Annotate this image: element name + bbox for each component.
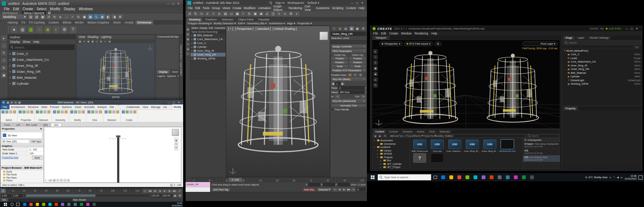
move-tool-icon[interactable]: + [1, 58, 7, 63]
go-to-start-icon[interactable]: ⇤ [143, 189, 147, 193]
menu-item[interactable]: Display [200, 27, 207, 29]
rotate-tool-icon[interactable]: ↻ [247, 11, 252, 17]
task-view-button[interactable] [432, 175, 438, 180]
browser-tab[interactable]: Content [373, 130, 386, 134]
ribbon-tab[interactable]: Freeform [203, 18, 219, 21]
undo-icon[interactable]: ↺ [46, 14, 51, 19]
taskbar-app-icon[interactable] [448, 174, 455, 180]
time-slider[interactable]: 1102030405060708090100110120 1 ⇤◀◀◀|◀▶|▶… [0, 188, 183, 193]
free-handle-checkbox[interactable] [331, 108, 334, 111]
hidden-icons-chevron[interactable]: ∧ [609, 176, 611, 179]
outliner-search[interactable] [9, 45, 74, 50]
play-forwards-icon[interactable]: ▶ [162, 189, 167, 193]
viewport-header-menu[interactable]: [ Default Shading ] [273, 27, 297, 31]
ribbon-group-label[interactable]: Properties ▾ [297, 22, 312, 25]
maya-titlebar[interactable]: untitled - Autodesk MAYA 2022: untitled … [0, 0, 183, 7]
open-scene-icon[interactable]: ▥ [34, 14, 39, 19]
shelf-tab[interactable]: FX [20, 20, 27, 25]
menu-item[interactable]: Create [232, 6, 242, 10]
paint-select-icon[interactable]: ✎ [1, 50, 7, 56]
markup-icon[interactable]: ✎ [373, 83, 378, 88]
property-value[interactable]: 100 [28, 151, 43, 155]
workspaces-selector[interactable]: Default ▾ [307, 1, 319, 5]
sphere-wire-icon[interactable]: ◍ [19, 26, 26, 33]
omniverse-titlebar[interactable]: CREATE 2021.3.7 | omniverse://localhost/… [370, 26, 642, 31]
stage-prim-row[interactable]: ▣BIM_MaterialXform [562, 71, 642, 75]
menu-item[interactable]: Window [401, 32, 412, 35]
menu-item[interactable]: Create [21, 7, 35, 11]
scene-object-row[interactable]: ▸Cylinder [190, 45, 226, 49]
display-tab-icon[interactable]: ▣ [355, 26, 360, 31]
taskbar-app-icon[interactable] [35, 202, 40, 207]
ribbon-tool-icon[interactable] [112, 110, 115, 114]
safe-title-icon[interactable]: ▤ [99, 39, 103, 43]
curve-editor-icon[interactable]: ∿ [282, 11, 288, 17]
select-tool-icon[interactable]: ▸ [58, 14, 63, 19]
scene-object-row[interactable]: ▸Inner_Ring_IR [190, 49, 226, 53]
move-tool-icon[interactable]: + [373, 55, 378, 59]
outliner-item[interactable]: ▸Inner_Ring_IR [8, 63, 75, 69]
utilities-tab-icon[interactable]: ⚙ [361, 26, 365, 31]
snap-point-icon[interactable]: ◉ [100, 14, 105, 19]
ribbon-tab[interactable]: Add-Ins [162, 102, 172, 109]
align-icon[interactable]: ≡ [276, 11, 282, 17]
resolution-gate-icon[interactable]: ▣ [87, 39, 90, 43]
search-input[interactable] [531, 135, 557, 137]
ribbon-tab[interactable]: File [0, 105, 9, 109]
expand-icon[interactable]: ▸ [192, 57, 193, 60]
file-thumbnail[interactable]: ? [413, 153, 426, 163]
outliner-item[interactable]: ▸Cylinder [8, 80, 75, 86]
pan-icon[interactable]: + [175, 146, 177, 149]
outliner-item[interactable]: ▸Core_Attachment_CA [8, 57, 75, 63]
select-tool-icon[interactable]: ▸ [373, 49, 378, 54]
view-axis-icon[interactable] [147, 45, 153, 51]
stage-prim-row[interactable]: ◆CylinderMesh [562, 75, 642, 79]
viewport-header-menu[interactable]: [ + ] [228, 27, 233, 31]
scene-explorer-sort-header[interactable]: Name (Sorted Ascending) [190, 30, 226, 33]
file-thumbnail[interactable]: USD [466, 140, 479, 149]
go-to-end-icon[interactable]: ⇥ [351, 188, 355, 192]
ribbon-tab[interactable]: Systems [60, 105, 73, 109]
current-frame-field[interactable]: 0 [356, 188, 365, 191]
prs-parameters-rollout[interactable]: PRS Parameters− [331, 49, 366, 53]
next-key-icon[interactable]: ▶ [341, 82, 344, 85]
max-viewport[interactable]: [ + ][ Perspective ][ Standard ][ Defaul… [226, 26, 330, 177]
sub-object-selector[interactable] [331, 40, 366, 44]
lasso-tool-icon[interactable]: ◌ [1, 43, 7, 48]
menu-item[interactable]: File [373, 32, 378, 35]
steering-wheel-icon[interactable]: ◉ [175, 139, 177, 142]
menu-item[interactable]: View [79, 35, 85, 39]
file-item-preview[interactable]: Working File.usd [499, 140, 516, 152]
auto-key-button[interactable]: Auto Key [302, 188, 316, 192]
taskbar-app-icon[interactable] [504, 174, 511, 180]
selected-filter-dropdown[interactable]: Selected ▾ [317, 188, 332, 192]
expand-icon[interactable]: ▸ [9, 52, 11, 55]
menu-item[interactable]: Edit [11, 7, 21, 11]
file-item[interactable]: USDInner_Ring_M_A01.usd [464, 140, 481, 152]
save-icon[interactable]: ▦ [6, 101, 9, 104]
live-sync-icon[interactable]: ◉ [44, 26, 51, 33]
ribbon-tool-icon[interactable] [47, 110, 51, 114]
wireframe-icon[interactable]: ◇ [103, 39, 107, 43]
menu-item[interactable]: Help [431, 32, 437, 35]
expand-icon[interactable]: ▸ [192, 42, 193, 44]
menu-item[interactable]: Options [167, 75, 176, 78]
stage-prim-row[interactable]: ▣Core_CXform [562, 53, 642, 57]
render-settings-icon[interactable]: ⚙ [118, 14, 123, 19]
maximize-button[interactable]: ▢ [173, 101, 175, 104]
ribbon-tool-icon[interactable] [43, 110, 47, 114]
select-by-name-icon[interactable]: ▤ [223, 11, 228, 17]
menu-item[interactable]: File [2, 7, 11, 11]
file-item[interactable]: USDCore.usd [429, 140, 445, 152]
snap-icon[interactable]: ◉ [373, 72, 378, 76]
move-tool-icon[interactable]: + [70, 14, 75, 19]
taskbar-app-icon[interactable] [92, 202, 97, 207]
expand-icon[interactable]: ▸ [377, 153, 379, 155]
view-tab[interactable]: Ref. Level [23, 123, 40, 127]
hierarchy-tab-icon[interactable]: ▤ [343, 26, 348, 31]
taskbar-app-icon[interactable] [520, 174, 527, 180]
filter-icon[interactable]: ▼ [170, 184, 173, 187]
anim-prefs-icon[interactable]: ⚙ [178, 194, 182, 198]
snap-grid-icon[interactable]: ▦ [88, 14, 93, 19]
undo-icon[interactable]: ↺ [10, 101, 13, 104]
